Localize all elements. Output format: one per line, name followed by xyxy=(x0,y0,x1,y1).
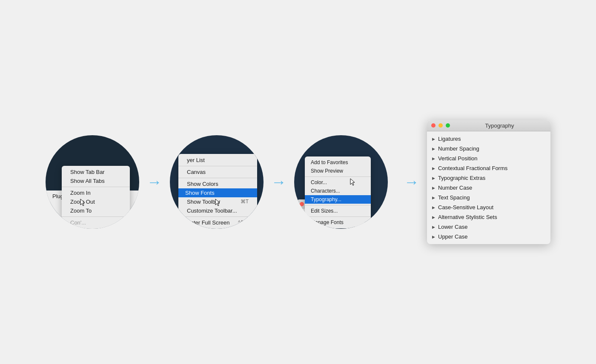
lower-case-label: Lower Case xyxy=(438,224,467,230)
typo-item-contextual-fractional-forms[interactable]: ▶ Contextual Fractional Forms xyxy=(427,163,550,173)
step1-dropdown: Show Tab Bar Show All Tabs Zoom In Zoom … xyxy=(62,166,130,229)
step1-background: Plugins View Window H Show Tab Bar Show … xyxy=(46,135,139,229)
show-all-tabs-item[interactable]: Show All Tabs xyxy=(62,176,130,185)
typography-panel-title: Typography xyxy=(485,122,514,129)
alternative-stylistic-label: Alternative Stylistic Sets xyxy=(438,214,497,220)
typo-tl-green[interactable] xyxy=(446,123,450,128)
step3-background: ⚙ ▾ T ▾ ⊞ ▾ + Add to Favorites Show Prev… xyxy=(294,135,388,229)
typo-item-number-case[interactable]: ▶ Number Case xyxy=(427,183,550,193)
contextual-label: Contextual Fractional Forms xyxy=(438,165,507,171)
divider-s2-2 xyxy=(178,178,257,178)
divider-s2-1 xyxy=(178,166,257,166)
divider-s2-3 xyxy=(178,216,257,217)
customize-toolbar-item[interactable]: Customize Toolbar... xyxy=(178,206,257,215)
typo-item-lower-case[interactable]: ▶ Lower Case xyxy=(427,222,550,232)
show-toolbar-shortcut: ⌘T xyxy=(241,199,249,205)
number-spacing-arrow-icon: ▶ xyxy=(432,147,436,150)
step3-dropdown: Add to Favorites Show Preview Color... C… xyxy=(305,156,371,228)
lower-case-arrow-icon: ▶ xyxy=(432,225,436,228)
divider-s3-2 xyxy=(305,205,371,205)
divider1 xyxy=(62,187,130,187)
arrow2: → xyxy=(271,174,287,190)
manage-fonts-item[interactable]: Manage Fonts xyxy=(305,218,371,227)
arrow1: → xyxy=(147,174,162,190)
yer-list-item[interactable]: yer List xyxy=(178,156,257,165)
add-to-favorites-item[interactable]: Add to Favorites xyxy=(305,158,371,167)
color-item[interactable]: Color... xyxy=(305,178,371,187)
case-sensitive-arrow-icon: ▶ xyxy=(432,205,436,209)
typographic-extras-label: Typographic Extras xyxy=(438,175,485,181)
typo-item-typographic-extras[interactable]: ▶ Typographic Extras xyxy=(427,173,550,183)
step2-background: yer List Canvas Show Colors Show Fonts S… xyxy=(170,135,264,229)
tl-red[interactable] xyxy=(300,202,304,206)
show-toolbar-item[interactable]: Show Toolbar ⌘T xyxy=(178,197,257,206)
con-item: Con'... xyxy=(62,218,130,227)
typography-titlebar: Typography xyxy=(427,120,550,131)
ligatures-arrow-icon: ▶ xyxy=(432,137,436,140)
step1-circle: Plugins View Window H Show Tab Bar Show … xyxy=(46,135,139,229)
vertical-position-arrow-icon: ▶ xyxy=(432,156,436,160)
step1-menubar-strip: Plugins View Window H Show Tab Bar Show … xyxy=(46,191,139,229)
show-fonts-item[interactable]: Show Fonts xyxy=(178,188,257,197)
arrow3: → xyxy=(404,174,419,190)
ligatures-label: Ligatures xyxy=(438,136,461,142)
number-case-label: Number Case xyxy=(438,185,472,191)
characters-item[interactable]: Characters... xyxy=(305,187,371,195)
typographic-extras-arrow-icon: ▶ xyxy=(432,176,436,179)
typo-tl-red[interactable] xyxy=(431,123,436,128)
contextual-arrow-icon: ▶ xyxy=(432,166,436,170)
divider2 xyxy=(62,216,130,217)
divider-s3-3 xyxy=(305,216,371,217)
full-screen-shortcut: ^⌘F xyxy=(238,219,249,225)
zoom-to-item[interactable]: Zoom To xyxy=(62,206,130,215)
zoom-out-item[interactable]: Zoom Out xyxy=(62,197,130,206)
typo-item-case-sensitive-layout[interactable]: ▶ Case-Sensitive Layout xyxy=(427,202,550,212)
step2-dropdown: yer List Canvas Show Colors Show Fonts S… xyxy=(178,154,257,229)
text-spacing-label: Text Spacing xyxy=(438,194,470,201)
step2-circle: yer List Canvas Show Colors Show Fonts S… xyxy=(170,135,264,229)
typo-item-upper-case[interactable]: ▶ Upper Case xyxy=(427,232,550,242)
canvas-item[interactable]: Canvas xyxy=(178,168,257,176)
upper-case-arrow-icon: ▶ xyxy=(432,235,436,238)
show-colors-item[interactable]: Show Colors xyxy=(178,179,257,188)
edit-sizes-item[interactable]: Edit Sizes... xyxy=(305,207,371,215)
step3-circle: ⚙ ▾ T ▾ ⊞ ▾ + Add to Favorites Show Prev… xyxy=(294,135,396,229)
show-preview-item[interactable]: Show Preview xyxy=(305,167,371,175)
number-spacing-label: Number Spacing xyxy=(438,145,479,152)
typography-item[interactable]: Typography... xyxy=(305,195,371,204)
show-tab-bar-item[interactable]: Show Tab Bar xyxy=(62,168,130,176)
upper-case-label: Upper Case xyxy=(438,233,467,240)
typography-list: ▶ Ligatures ▶ Number Spacing ▶ Vertical … xyxy=(427,131,550,244)
number-case-arrow-icon: ▶ xyxy=(432,186,436,189)
typo-tl-yellow[interactable] xyxy=(438,123,443,128)
case-sensitive-label: Case-Sensitive Layout xyxy=(438,204,493,210)
typography-panel: Typography ▶ Ligatures ▶ Number Spacing … xyxy=(427,120,550,244)
alternative-stylistic-arrow-icon: ▶ xyxy=(432,215,436,219)
divider-s3-1 xyxy=(305,176,371,177)
text-spacing-arrow-icon: ▶ xyxy=(432,196,436,199)
enter-full-screen-item[interactable]: Enter Full Screen ^⌘F xyxy=(178,218,257,227)
typo-item-ligatures[interactable]: ▶ Ligatures xyxy=(427,134,550,144)
typo-item-text-spacing[interactable]: ▶ Text Spacing xyxy=(427,193,550,202)
typo-item-number-spacing[interactable]: ▶ Number Spacing xyxy=(427,144,550,154)
zoom-in-item[interactable]: Zoom In xyxy=(62,188,130,197)
vertical-position-label: Vertical Position xyxy=(438,155,478,162)
typo-item-vertical-position[interactable]: ▶ Vertical Position xyxy=(427,154,550,163)
scene: Plugins View Window H Show Tab Bar Show … xyxy=(13,120,583,244)
typo-item-alternative-stylistic-sets[interactable]: ▶ Alternative Stylistic Sets xyxy=(427,212,550,222)
